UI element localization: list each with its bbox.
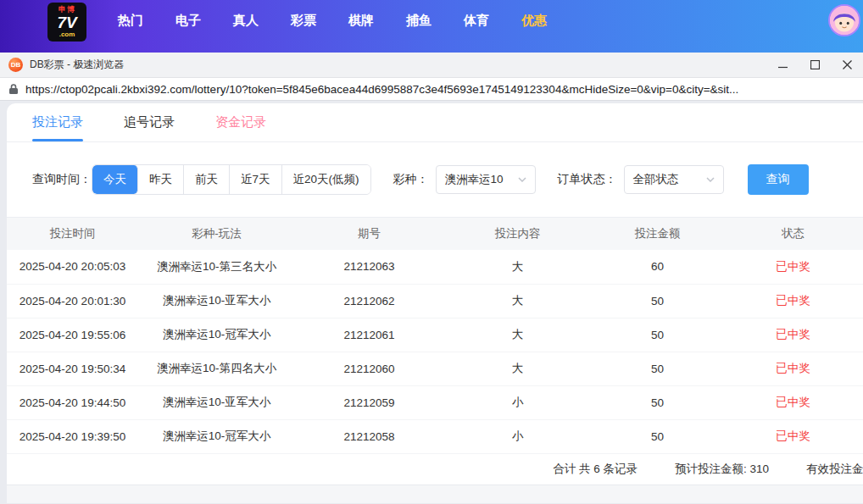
app-icon: DB (8, 58, 23, 72)
play-cell: 澳洲幸运10-第三名大小 (138, 250, 295, 284)
table-row: 2025-04-20 19:55:06 澳洲幸运10-冠军大小 21212061… (7, 318, 863, 352)
logo-suffix-text: .com (47, 31, 86, 38)
amount-cell: 50 (592, 318, 723, 352)
time-filter-20days[interactable]: 近20天(低频) (282, 165, 370, 194)
table-row: 2025-04-20 19:39:50 澳洲幸运10-冠军大小 21212058… (7, 419, 863, 453)
main-menu: 热门 电子 真人 彩票 棋牌 捕鱼 体育 优惠 (102, 0, 563, 41)
window-title: DB彩票 - 极速浏览器 (30, 58, 124, 72)
bet-time-cell: 2025-04-20 20:05:03 (7, 250, 138, 284)
content-cell: 大 (443, 284, 592, 318)
header-bet-content: 投注内容 (443, 218, 592, 250)
lottery-records-page: 投注记录 追号记录 资金记录 查询时间： 今天 昨天 前天 近7天 近20天(低… (7, 103, 863, 503)
table-header-row: 投注时间 彩种-玩法 期号 投注内容 投注金额 状态 (7, 218, 863, 250)
nav-item-board-games[interactable]: 棋牌 (332, 13, 390, 29)
time-filter-label: 查询时间： (32, 172, 92, 187)
time-filter-group: 今天 昨天 前天 近7天 近20天(低频) (92, 164, 371, 195)
issue-cell: 21212061 (295, 318, 443, 352)
valid-amount-text: 有效投注金额 (806, 462, 863, 477)
header-status: 状态 (723, 218, 863, 250)
content-cell: 大 (443, 250, 592, 284)
nav-item-lottery[interactable]: 彩票 (275, 13, 332, 29)
header-bet-time: 投注时间 (7, 218, 138, 250)
time-filter-7days[interactable]: 近7天 (230, 165, 282, 194)
issue-cell: 21212058 (295, 419, 443, 453)
maximize-icon (810, 60, 820, 69)
table-row: 2025-04-20 20:01:30 澳洲幸运10-亚军大小 21212062… (7, 284, 863, 318)
avatar[interactable] (828, 4, 860, 36)
summary-bar: 合计 共 6 条记录 预计投注金额: 310 有效投注金额 (7, 454, 863, 485)
nav-item-sports[interactable]: 体育 (448, 13, 505, 29)
time-filter-yesterday[interactable]: 昨天 (138, 165, 184, 194)
nav-item-hot[interactable]: 热门 (102, 13, 159, 29)
browser-title-bar: DB DB彩票 - 极速浏览器 (0, 53, 863, 78)
status-select-value: 全部状态 (633, 172, 679, 187)
window-controls (766, 53, 863, 77)
status-select-label: 订单状态： (558, 172, 617, 187)
header-bet-amount: 投注金额 (592, 218, 723, 250)
status-cell: 已中奖 (723, 352, 863, 385)
content-cell: 大 (443, 352, 592, 385)
maximize-button[interactable] (799, 53, 831, 77)
logo-main-text: 7V (47, 14, 86, 30)
status-cell: 已中奖 (723, 385, 863, 419)
tab-bar: 投注记录 追号记录 资金记录 (7, 103, 863, 142)
play-cell: 澳洲幸运10-亚军大小 (138, 284, 295, 318)
address-bar[interactable]: https://ctop02pcali.2kbxi392.com/lottery… (0, 78, 863, 101)
search-button[interactable]: 查询 (748, 164, 809, 195)
lock-icon[interactable] (8, 83, 19, 95)
browser-window: DB DB彩票 - 极速浏览器 (0, 53, 863, 504)
play-cell: 澳洲幸运10-亚军大小 (138, 385, 295, 419)
issue-cell: 21212060 (295, 352, 443, 385)
content-cell: 小 (443, 385, 592, 419)
chevron-down-icon (706, 177, 715, 182)
issue-cell: 21212062 (295, 284, 443, 318)
close-button[interactable] (831, 53, 863, 77)
amount-cell: 60 (592, 250, 723, 284)
amount-cell: 50 (592, 385, 723, 419)
nav-item-live[interactable]: 真人 (217, 13, 275, 29)
content-cell: 小 (443, 419, 592, 453)
play-cell: 澳洲幸运10-冠军大小 (138, 318, 295, 352)
record-count-text: 合计 共 6 条记录 (553, 462, 638, 477)
avatar-image (830, 6, 859, 35)
nav-item-slots[interactable]: 电子 (159, 13, 217, 29)
issue-cell: 21212063 (295, 250, 443, 284)
bet-time-cell: 2025-04-20 19:39:50 (7, 419, 138, 453)
lottery-select-label: 彩种： (393, 172, 429, 187)
lottery-select[interactable]: 澳洲幸运10 (436, 165, 536, 194)
time-filter-today[interactable]: 今天 (92, 165, 138, 194)
bet-time-cell: 2025-04-20 19:55:06 (7, 318, 138, 352)
issue-cell: 21212059 (295, 385, 443, 419)
nav-item-fishing[interactable]: 捕鱼 (390, 13, 448, 29)
expected-amount-text: 预计投注金额: 310 (675, 462, 769, 477)
amount-cell: 50 (592, 419, 723, 453)
content-cell: 大 (443, 318, 592, 352)
minimize-icon (778, 60, 788, 69)
minimize-button[interactable] (766, 53, 799, 77)
tab-chase-records[interactable]: 追号记录 (124, 103, 175, 141)
bet-time-cell: 2025-04-20 20:01:30 (7, 284, 138, 318)
site-logo[interactable]: 申博 7V .com (47, 3, 86, 42)
status-cell: 已中奖 (723, 419, 863, 453)
bet-time-cell: 2025-04-20 19:44:50 (7, 385, 138, 419)
table-row: 2025-04-20 20:05:03 澳洲幸运10-第三名大小 2121206… (7, 250, 863, 284)
chevron-down-icon (518, 177, 526, 182)
time-filter-day-before[interactable]: 前天 (184, 165, 230, 194)
amount-cell: 50 (592, 352, 723, 385)
tab-fund-records[interactable]: 资金记录 (215, 103, 266, 141)
nav-item-promotions[interactable]: 优惠 (505, 13, 563, 29)
status-cell: 已中奖 (723, 284, 863, 318)
filter-bar: 查询时间： 今天 昨天 前天 近7天 近20天(低频) 彩种： 澳洲幸运10 订… (7, 142, 863, 218)
page-footer-strip (7, 485, 863, 504)
top-nav: 申博 7V .com 热门 电子 真人 彩票 棋牌 捕鱼 体育 优惠 (0, 0, 863, 53)
url-text[interactable]: https://ctop02pcali.2kbxi392.com/lottery… (25, 83, 738, 96)
status-cell: 已中奖 (723, 318, 863, 352)
close-icon (843, 60, 852, 69)
order-status-select[interactable]: 全部状态 (624, 165, 724, 194)
table-row: 2025-04-20 19:44:50 澳洲幸运10-亚军大小 21212059… (7, 385, 863, 419)
table-row: 2025-04-20 19:50:34 澳洲幸运10-第四名大小 2121206… (7, 352, 863, 385)
amount-cell: 50 (592, 284, 723, 318)
tab-bet-records[interactable]: 投注记录 (32, 103, 83, 141)
logo-top-text: 申博 (47, 6, 86, 14)
status-cell: 已中奖 (723, 250, 863, 284)
